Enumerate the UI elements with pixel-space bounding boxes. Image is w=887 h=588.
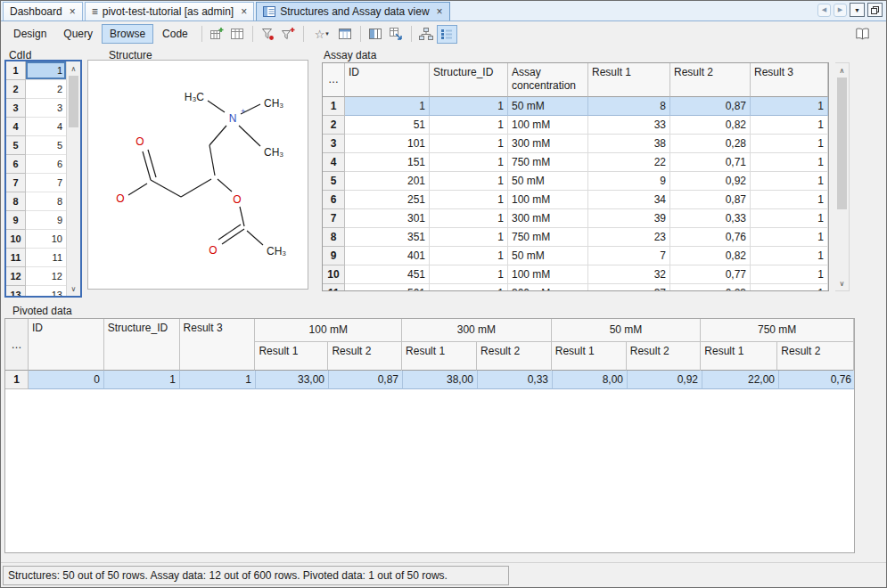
table-cell[interactable]: 1 — [430, 191, 508, 209]
table-row[interactable]: 73011300 mM390,331 — [323, 209, 828, 228]
layout-panels-icon[interactable] — [365, 25, 386, 44]
close-icon[interactable]: × — [70, 5, 76, 18]
scroll-up-icon[interactable]: ∧ — [67, 61, 81, 76]
table-cell[interactable]: 1 — [430, 97, 508, 116]
table-cell[interactable]: 0,33 — [478, 371, 553, 389]
table-cell[interactable]: 1 — [751, 116, 828, 135]
table-cell[interactable]: 8,00 — [553, 371, 628, 389]
table-cell[interactable]: 351 — [345, 228, 430, 247]
table-cell[interactable]: 22 — [588, 153, 670, 172]
tab-scroll-left-icon[interactable]: ◀ — [817, 4, 831, 17]
column-header[interactable]: Structure_ID — [104, 319, 180, 371]
table-cell[interactable]: 7 — [588, 247, 670, 265]
export-table-icon[interactable] — [386, 25, 407, 44]
column-header[interactable]: Result 1 — [701, 342, 777, 371]
close-icon[interactable]: × — [437, 5, 443, 18]
table-cell[interactable]: 0,92 — [670, 172, 751, 191]
cdid-row[interactable]: 77 — [6, 174, 66, 192]
query-filter-icon[interactable] — [258, 25, 278, 44]
row-header-cell[interactable]: 1 — [323, 97, 345, 116]
table-cell[interactable]: 1 — [180, 371, 256, 389]
row-header-cell[interactable]: 7 — [323, 209, 345, 228]
group-header[interactable]: 50 mM — [552, 319, 701, 342]
table-cell[interactable]: 100 mM — [508, 191, 588, 209]
cdid-cell[interactable]: 10 — [26, 230, 66, 249]
row-header-cell[interactable]: 1 — [5, 371, 29, 389]
scroll-up-icon[interactable]: ∧ — [835, 63, 850, 78]
browse-button[interactable]: Browse — [102, 24, 153, 44]
table-cell[interactable]: 401 — [345, 247, 430, 265]
table-cell[interactable]: 1 — [430, 153, 508, 172]
table-cell[interactable]: 1 — [430, 265, 508, 284]
table-cell[interactable]: 33 — [588, 116, 670, 135]
table-row[interactable]: 2511100 mM330,821 — [323, 116, 828, 135]
tab-scroll-right-icon[interactable]: ▶ — [834, 4, 847, 17]
row-header-cell[interactable]: 9 — [323, 247, 345, 265]
grid-view-icon[interactable] — [227, 25, 248, 44]
table-cell[interactable]: 300 mM — [508, 135, 588, 153]
group-header[interactable]: 100 mM — [255, 319, 401, 342]
table-cell[interactable]: 1 — [430, 135, 508, 153]
cdid-row[interactable]: 88 — [6, 192, 66, 211]
cdid-cell[interactable]: 6 — [26, 155, 66, 174]
table-cell[interactable]: 101 — [345, 135, 430, 153]
list-view-icon[interactable] — [437, 25, 457, 44]
column-header[interactable]: Result 2 — [670, 63, 751, 97]
column-header[interactable]: Result 3 — [180, 319, 256, 371]
cdid-cell[interactable]: 8 — [26, 192, 66, 211]
table-cell[interactable]: 39 — [588, 209, 670, 228]
column-header[interactable]: Result 2 — [477, 342, 551, 371]
table-cell[interactable]: 0,76 — [670, 228, 751, 247]
table-cell[interactable]: 0,82 — [670, 247, 751, 265]
table-cell[interactable]: 0,77 — [670, 265, 751, 284]
table-cell[interactable]: 0 — [29, 371, 104, 389]
row-header-cell[interactable]: 5 — [323, 172, 345, 191]
table-cell[interactable]: 37 — [588, 284, 670, 291]
assay-scrollbar[interactable]: ∧ ∨ — [835, 62, 850, 291]
table-corner-button[interactable]: … — [323, 63, 345, 97]
table-cell[interactable]: 1 — [104, 371, 180, 389]
table-cell[interactable]: 9 — [588, 172, 670, 191]
restore-window-icon[interactable] — [867, 3, 883, 17]
row-header-cell[interactable]: 10 — [323, 265, 345, 284]
table-cell[interactable]: 0,23 — [670, 284, 751, 291]
column-header[interactable]: ID — [345, 63, 430, 97]
cdid-cell[interactable]: 11 — [26, 249, 66, 267]
table-cell[interactable]: 38,00 — [403, 371, 478, 389]
cdid-row[interactable]: 1212 — [6, 267, 66, 286]
cdid-cell[interactable]: 3 — [26, 99, 66, 118]
cdid-cell[interactable]: 13 — [26, 286, 66, 296]
table-cell[interactable]: 34 — [588, 191, 670, 209]
hierarchy-view-icon[interactable] — [416, 25, 437, 44]
table-row[interactable]: 62511100 mM340,871 — [323, 191, 828, 209]
close-icon[interactable]: × — [241, 5, 247, 18]
table-cell[interactable]: 0,33 — [670, 209, 751, 228]
cdid-row[interactable]: 1111 — [6, 249, 66, 267]
column-header[interactable]: Assay concentration — [508, 63, 588, 97]
row-header-cell[interactable]: 6 — [323, 191, 345, 209]
table-cell[interactable]: 1 — [430, 247, 508, 265]
scroll-down-icon[interactable]: ∨ — [835, 276, 850, 290]
cdid-row[interactable]: 33 — [6, 99, 66, 118]
table-cell[interactable]: 100 mM — [508, 116, 588, 135]
table-cell[interactable]: 23 — [588, 228, 670, 247]
table-cell[interactable]: 1 — [751, 247, 828, 265]
table-cell[interactable]: 1 — [751, 265, 828, 284]
table-cell[interactable]: 1 — [751, 135, 828, 153]
table-cell[interactable]: 1 — [345, 97, 430, 116]
table-cell[interactable]: 0,76 — [779, 371, 855, 389]
table-cell[interactable]: 0,87 — [670, 191, 751, 209]
cdid-cell[interactable]: 9 — [26, 211, 66, 230]
design-button[interactable]: Design — [5, 24, 54, 44]
table-cell[interactable]: 0,71 — [670, 153, 751, 172]
column-header[interactable]: Result 1 — [552, 342, 627, 371]
table-cell[interactable]: 0,28 — [670, 135, 751, 153]
table-cell[interactable]: 750 mM — [508, 153, 588, 172]
table-row[interactable]: 101133,000,8738,000,338,000,9222,000,76 — [5, 371, 854, 389]
cdid-row[interactable]: 22 — [6, 80, 66, 99]
table-cell[interactable]: 0,92 — [628, 371, 702, 389]
table-cell[interactable]: 1 — [430, 116, 508, 135]
table-cell[interactable]: 1 — [430, 284, 508, 291]
column-header[interactable]: Result 2 — [627, 342, 701, 371]
code-button[interactable]: Code — [154, 24, 196, 44]
